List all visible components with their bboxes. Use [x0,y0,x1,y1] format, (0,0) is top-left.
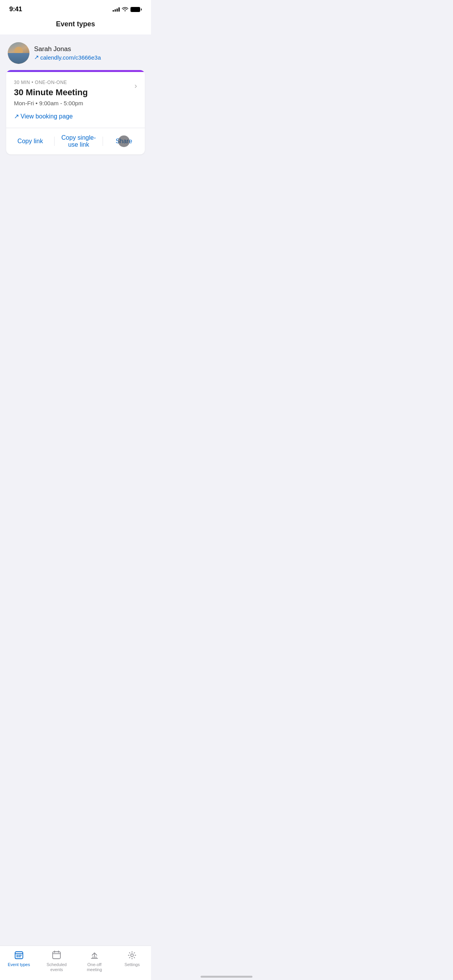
event-card-actions: Copy link Copy single-use link Share [6,128,145,154]
view-booking-label: View booking page [21,113,73,120]
event-header: 30 MIN • ONE-ON-ONE 30 Minute Meeting Mo… [14,80,137,113]
empty-content-area [6,154,145,387]
event-card: 30 MIN • ONE-ON-ONE 30 Minute Meeting Mo… [6,70,145,154]
profile-name: Sarah Jonas [34,45,101,53]
profile-info: Sarah Jonas ↗ calendly.com/c3666e3a [34,45,101,61]
event-card-body: 30 MIN • ONE-ON-ONE 30 Minute Meeting Mo… [6,72,145,120]
battery-icon [130,7,142,12]
share-button[interactable]: Share [103,132,145,151]
page-title: Event types [6,20,145,28]
link-arrow-icon: ↗ [34,54,39,61]
main-content: Sarah Jonas ↗ calendly.com/c3666e3a 30 M… [0,34,151,393]
status-icons [113,6,142,13]
profile-section: Sarah Jonas ↗ calendly.com/c3666e3a [6,42,145,64]
copy-single-use-link-button[interactable]: Copy single-use link [55,128,103,154]
status-time: 9:41 [9,5,22,13]
profile-url-text: calendly.com/c3666e3a [40,54,101,61]
profile-url[interactable]: ↗ calendly.com/c3666e3a [34,54,101,61]
wifi-icon [122,6,128,13]
copy-link-button[interactable]: Copy link [6,132,54,151]
page-header: Event types [0,16,151,34]
event-meta: 30 MIN • ONE-ON-ONE [14,80,130,85]
avatar [8,42,29,64]
event-title: 30 Minute Meeting [14,87,130,98]
booking-link-arrow-icon: ↗ [14,113,19,120]
view-booking-page-link[interactable]: ↗ View booking page [14,113,137,120]
event-schedule: Mon-Fri • 9:00am - 5:00pm [14,100,130,106]
status-bar: 9:41 [0,0,151,16]
chevron-right-icon[interactable]: › [130,81,137,90]
signal-icon [113,7,120,12]
